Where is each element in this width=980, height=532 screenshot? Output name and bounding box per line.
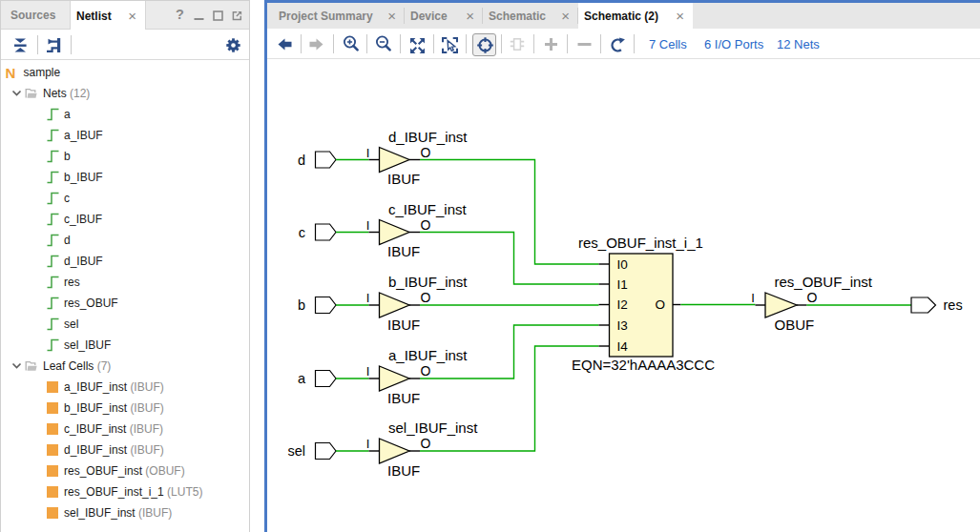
tree-item-label: res_OBUF_inst (OBUF) xyxy=(64,464,185,478)
ibuf-d[interactable]: dIOd_IBUF_instIBUF xyxy=(298,129,599,265)
zoom-in-icon[interactable] xyxy=(343,35,360,52)
input-port-d[interactable] xyxy=(316,152,337,168)
net-icon xyxy=(47,150,59,163)
instance-label: sel_IBUF_inst xyxy=(388,419,478,436)
expand-cone-icon[interactable] xyxy=(510,38,525,51)
help-icon[interactable]: ? xyxy=(175,9,185,19)
back-icon[interactable] xyxy=(278,38,292,51)
toolbar-separator xyxy=(366,34,367,53)
obuf-res[interactable]: IOres_OBUF_instOBUF xyxy=(751,274,873,333)
add-icon[interactable] xyxy=(544,37,558,51)
tree-item-net-res_OBUF[interactable]: res_OBUF xyxy=(1,293,249,314)
lut5-pin-o: O xyxy=(656,297,666,312)
tree-item-cell-d_IBUF_inst[interactable]: d_IBUF_inst (IBUF) xyxy=(1,440,249,460)
input-port-b[interactable] xyxy=(316,297,337,314)
ibuf-symbol-sel[interactable] xyxy=(380,439,410,463)
instance-label: b_IBUF_inst xyxy=(388,274,468,290)
tab-schematic[interactable]: Schematic× xyxy=(483,3,578,29)
net-icon xyxy=(47,213,59,226)
close-icon[interactable]: × xyxy=(676,9,684,23)
tree-item-sample[interactable]: Nsample xyxy=(1,62,249,83)
expand-chevron-icon[interactable] xyxy=(11,88,40,99)
input-port-c[interactable] xyxy=(316,224,337,240)
tree-item-cell-res_OBUF_inst[interactable]: res_OBUF_inst (OBUF) xyxy=(1,460,249,481)
tree-item-net-sel_IBUF[interactable]: sel_IBUF xyxy=(1,335,249,356)
autofit-selection-icon xyxy=(477,37,493,53)
close-icon[interactable]: × xyxy=(466,9,474,23)
tree-item-cell-sel_IBUF_inst[interactable]: sel_IBUF_inst (IBUF) xyxy=(1,502,249,523)
tab-schematic-2[interactable]: Schematic (2)× xyxy=(578,3,693,29)
tree-item-net-res[interactable]: res xyxy=(1,272,249,293)
maximize-icon[interactable] xyxy=(213,10,223,21)
close-icon[interactable]: × xyxy=(387,9,396,23)
instance-label: d_IBUF_inst xyxy=(388,129,468,145)
zoom-selection-icon[interactable] xyxy=(442,37,458,53)
ibuf-symbol-d[interactable] xyxy=(380,148,410,173)
zoom-fit-icon[interactable] xyxy=(410,38,425,53)
tree-item-cell-b_IBUF_inst[interactable]: b_IBUF_inst (IBUF) xyxy=(1,398,249,419)
collapse-all-icon[interactable] xyxy=(13,38,28,52)
scroll-to-selected-icon[interactable] xyxy=(46,38,62,52)
tree-item-net-b[interactable]: b xyxy=(1,146,249,167)
settings-gear-icon[interactable] xyxy=(226,38,240,52)
ibuf-symbol-b[interactable] xyxy=(380,293,410,317)
net-icon xyxy=(47,276,59,289)
tree-item-net-c[interactable]: c xyxy=(1,188,249,209)
remove-icon[interactable] xyxy=(577,42,592,47)
tree-item-net-sel[interactable]: sel xyxy=(1,314,249,335)
tree-item-label: a_IBUF xyxy=(64,129,103,142)
tree-item-count: (12) xyxy=(70,87,90,100)
io-ports-count-link[interactable]: 6 I/O Ports xyxy=(704,37,763,51)
tree-item-net-c_IBUF[interactable]: c_IBUF xyxy=(1,209,249,230)
tab-device[interactable]: Device× xyxy=(405,3,483,29)
lut5-pin-I1: I1 xyxy=(617,277,628,292)
ibuf-symbol-c[interactable] xyxy=(380,220,410,245)
tree-item-leaf-cells[interactable]: Leaf Cells (7) xyxy=(1,356,249,377)
regenerate-icon[interactable] xyxy=(610,37,626,53)
pin-label-i: I xyxy=(366,218,370,233)
netlist-panel-tabbar: Sources Netlist × ? xyxy=(1,1,249,30)
tree-item-label: Nets (12) xyxy=(43,87,90,100)
float-icon[interactable] xyxy=(232,10,242,21)
celltype-label: IBUF xyxy=(387,171,420,187)
ibuf-c[interactable]: cIOc_IBUF_instIBUF xyxy=(299,201,599,285)
autofit-selection-toggle[interactable] xyxy=(472,33,496,56)
tree-item-label: d xyxy=(64,234,71,247)
tree-item-cell-a_IBUF_inst[interactable]: a_IBUF_inst (IBUF) xyxy=(1,377,249,398)
tree-item-net-d[interactable]: d xyxy=(1,230,249,251)
tree-item-net-d_IBUF[interactable]: d_IBUF xyxy=(1,251,249,272)
port-label-sel: sel xyxy=(287,443,305,459)
tree-item-label: res_OBUF xyxy=(64,297,118,310)
tree-item-cell-c_IBUF_inst[interactable]: c_IBUF_inst (IBUF) xyxy=(1,419,249,440)
ibuf-a[interactable]: aIOa_IBUF_instIBUF xyxy=(298,325,599,406)
input-port-sel[interactable] xyxy=(316,443,337,460)
pin-label-o: O xyxy=(421,436,431,451)
close-icon[interactable]: × xyxy=(561,9,570,23)
forward-icon[interactable] xyxy=(309,38,323,51)
zoom-out-icon[interactable] xyxy=(375,35,392,52)
tree-item-count: (IBUF) xyxy=(130,422,163,436)
input-port-a[interactable] xyxy=(316,371,337,387)
tree-item-label: a xyxy=(64,108,71,121)
ibuf-symbol-a[interactable] xyxy=(380,366,410,391)
ibuf-sel[interactable]: selIOsel_IBUF_instIBUF xyxy=(287,346,598,479)
lut5-cell[interactable]: I0I1I2I3I4Ores_OBUF_inst_i_1EQN=32'hAAAA… xyxy=(572,235,715,373)
tree-item-net-b_IBUF[interactable]: b_IBUF xyxy=(1,167,249,188)
tree-item-net-a_IBUF[interactable]: a_IBUF xyxy=(1,125,249,146)
output-port-res[interactable] xyxy=(911,297,936,313)
tree-item-cell-res_OBUF_inst_i_1[interactable]: res_OBUF_inst_i_1 (LUT5) xyxy=(1,481,249,502)
tree-item-count: (LUT5) xyxy=(167,485,202,499)
expand-chevron-icon[interactable] xyxy=(11,360,40,372)
schematic-canvas[interactable]: dIOd_IBUF_instIBUFcIOc_IBUF_instIBUFbIOb… xyxy=(267,59,980,531)
tree-item-net-a[interactable]: a xyxy=(1,104,249,125)
obuf-symbol[interactable] xyxy=(765,293,797,317)
toolbar-separator xyxy=(333,34,334,53)
minimize-icon[interactable] xyxy=(194,10,204,21)
nets-count-link[interactable]: 12 Nets xyxy=(777,37,820,51)
tree-item-label: Leaf Cells (7) xyxy=(43,359,111,373)
ibuf-b[interactable]: bIOb_IBUF_instIBUF xyxy=(298,274,599,333)
cells-count-link[interactable]: 7 Cells xyxy=(649,37,687,51)
tab-project-summary[interactable]: Project Summary× xyxy=(267,3,405,29)
tree-item-nets[interactable]: Nets (12) xyxy=(1,83,249,104)
celltype-label: IBUF xyxy=(387,462,420,479)
